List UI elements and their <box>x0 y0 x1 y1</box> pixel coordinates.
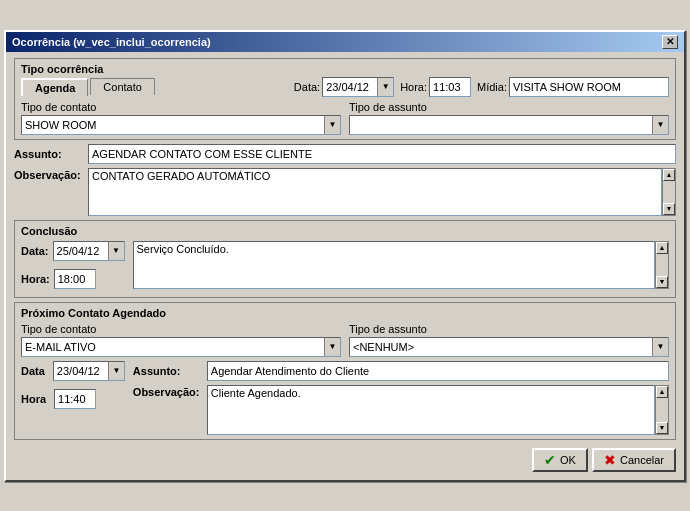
obs-scroll-down[interactable]: ▼ <box>663 203 675 215</box>
tipo-contato-arrow[interactable]: ▼ <box>324 116 340 134</box>
conclusao-hora-row: Hora: <box>21 269 125 289</box>
proximo-contato-label: Próximo Contato Agendado <box>21 307 669 319</box>
proximo-tipo-assunto-dropdown: ▼ <box>349 337 669 357</box>
proximo-tipo-assunto-label: Tipo de assunto <box>349 323 669 335</box>
proximo-bottom: Data ▼ Hora Assunto: <box>21 361 669 435</box>
proximo-right: Assunto: Observação: ▲ ▼ <box>133 361 669 435</box>
proximo-data-label: Data <box>21 365 45 377</box>
tipo-ocorrencia-header: Agenda Contato Data: ▼ Hora: Mídia: <box>21 77 669 97</box>
proximo-tipo-assunto-input[interactable] <box>350 338 652 356</box>
obs-scroll-up[interactable]: ▲ <box>663 169 675 181</box>
ok-label: OK <box>560 454 576 466</box>
conclusao-hora-label: Hora: <box>21 273 50 285</box>
footer-row: ✔ OK ✖ Cancelar <box>14 444 676 474</box>
cancel-icon: ✖ <box>604 452 616 468</box>
proximo-data-input[interactable] <box>54 362 108 380</box>
proximo-left: Data ▼ Hora <box>21 361 125 413</box>
tipo-assunto-group: Tipo de assunto ▼ <box>349 101 669 135</box>
cancel-button[interactable]: ✖ Cancelar <box>592 448 676 472</box>
title-bar: Ocorrência (w_vec_inclui_ocorrencia) ✕ <box>6 32 684 52</box>
tab-contato[interactable]: Contato <box>90 78 155 95</box>
conclusao-data-wrapper: ▼ <box>53 241 125 261</box>
conclusao-left: Data: ▼ Hora: <box>21 241 125 293</box>
ok-button[interactable]: ✔ OK <box>532 448 588 472</box>
cancel-label: Cancelar <box>620 454 664 466</box>
proximo-tipo-row: Tipo de contato ▼ Tipo de assunto ▼ <box>21 323 669 357</box>
close-button[interactable]: ✕ <box>662 35 678 49</box>
proximo-obs-label: Observação: <box>133 385 207 398</box>
proximo-hora-label: Hora <box>21 393 46 405</box>
proximo-tipo-contato-arrow[interactable]: ▼ <box>324 338 340 356</box>
conclusao-inner: Data: ▼ Hora: ▲ ▼ <box>21 241 669 293</box>
window-title: Ocorrência (w_vec_inclui_ocorrencia) <box>12 36 211 48</box>
tipo-ocorrencia-section: Tipo ocorrência Agenda Contato Data: ▼ H… <box>14 58 676 140</box>
data-label: Data: <box>294 81 320 93</box>
proximo-data-wrapper: ▼ <box>53 361 125 381</box>
conclusao-obs-wrapper: ▲ ▼ <box>133 241 669 289</box>
midia-input[interactable] <box>509 77 669 97</box>
observacao-label: Observação: <box>14 168 88 181</box>
proximo-data-arrow[interactable]: ▼ <box>108 362 124 380</box>
midia-label: Mídia: <box>477 81 507 93</box>
tipo-contato-group: Tipo de contato ▼ <box>21 101 341 135</box>
tipo-assunto-dropdown: ▼ <box>349 115 669 135</box>
conclusao-label: Conclusão <box>21 225 669 237</box>
tipo-contato-dropdown: ▼ <box>21 115 341 135</box>
tipo-assunto-arrow[interactable]: ▼ <box>652 116 668 134</box>
tipo-assunto-label: Tipo de assunto <box>349 101 669 113</box>
conclusao-data-label: Data: <box>21 245 49 257</box>
proximo-obs-wrapper: ▲ ▼ <box>207 385 669 435</box>
assunto-row: Assunto: <box>14 144 676 164</box>
proximo-obs-textarea[interactable] <box>207 385 655 435</box>
tab-agenda[interactable]: Agenda <box>21 78 88 96</box>
data-input[interactable] <box>323 78 377 96</box>
main-window: Ocorrência (w_vec_inclui_ocorrencia) ✕ T… <box>4 30 686 482</box>
proximo-assunto-input[interactable] <box>207 361 669 381</box>
conclusao-scrollbar: ▲ ▼ <box>655 241 669 289</box>
proximo-hora-input[interactable] <box>54 389 96 409</box>
proximo-tipo-contato-group: Tipo de contato ▼ <box>21 323 341 357</box>
proximo-obs-scroll-down[interactable]: ▼ <box>656 422 668 434</box>
hora-input[interactable] <box>429 77 471 97</box>
tipo-contato-label: Tipo de contato <box>21 101 341 113</box>
tipo-contato-input[interactable] <box>22 116 324 134</box>
data-dropdown-arrow[interactable]: ▼ <box>377 78 393 96</box>
proximo-obs-scrollbar: ▲ ▼ <box>655 385 669 435</box>
conclusao-scroll-down[interactable]: ▼ <box>656 276 668 288</box>
conclusao-scroll-up[interactable]: ▲ <box>656 242 668 254</box>
ok-icon: ✔ <box>544 452 556 468</box>
proximo-obs-row: Observação: ▲ ▼ <box>133 385 669 435</box>
proximo-tipo-contato-label: Tipo de contato <box>21 323 341 335</box>
conclusao-data-row: Data: ▼ <box>21 241 125 261</box>
observacao-scrollbar: ▲ ▼ <box>662 168 676 216</box>
proximo-hora-row: Hora <box>21 389 125 409</box>
assunto-input[interactable] <box>88 144 676 164</box>
conclusao-section: Conclusão Data: ▼ Hora: <box>14 220 676 298</box>
proximo-tipo-assunto-group: Tipo de assunto ▼ <box>349 323 669 357</box>
assunto-label: Assunto: <box>14 148 88 160</box>
proximo-contato-section: Próximo Contato Agendado Tipo de contato… <box>14 302 676 440</box>
tipo-assunto-input[interactable] <box>350 116 652 134</box>
conclusao-data-arrow[interactable]: ▼ <box>108 242 124 260</box>
proximo-assunto-label: Assunto: <box>133 365 207 377</box>
proximo-obs-scroll-up[interactable]: ▲ <box>656 386 668 398</box>
content-area: Tipo ocorrência Agenda Contato Data: ▼ H… <box>6 52 684 480</box>
proximo-data-row: Data ▼ <box>21 361 125 381</box>
hora-label: Hora: <box>400 81 427 93</box>
tipo-row: Tipo de contato ▼ Tipo de assunto ▼ <box>21 101 669 135</box>
conclusao-obs-textarea[interactable] <box>133 241 655 289</box>
tipo-ocorrencia-label: Tipo ocorrência <box>21 63 669 75</box>
proximo-tipo-contato-dropdown: ▼ <box>21 337 341 357</box>
conclusao-data-input[interactable] <box>54 242 108 260</box>
data-wrapper: ▼ <box>322 77 394 97</box>
observacao-row: Observação: ▲ ▼ <box>14 168 676 216</box>
proximo-tipo-assunto-arrow[interactable]: ▼ <box>652 338 668 356</box>
conclusao-hora-input[interactable] <box>54 269 96 289</box>
observacao-textarea-wrapper: ▲ ▼ <box>88 168 676 216</box>
observacao-textarea[interactable] <box>88 168 662 216</box>
proximo-tipo-contato-input[interactable] <box>22 338 324 356</box>
proximo-assunto-row: Assunto: <box>133 361 669 381</box>
